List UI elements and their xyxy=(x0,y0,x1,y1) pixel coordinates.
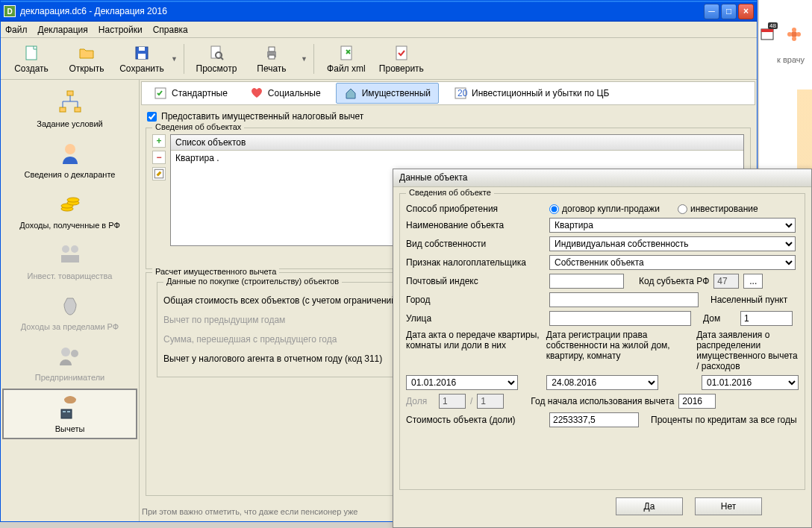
radio-purchase[interactable]: договор купли-продажи xyxy=(549,204,660,214)
toolbar-preview[interactable]: Просмотр xyxy=(190,40,243,78)
house-input[interactable] xyxy=(740,311,793,326)
svg-rect-7 xyxy=(26,46,37,60)
tab-investment[interactable]: 20 Инвестиционный и убытки по ЦБ xyxy=(446,84,616,103)
name-select[interactable]: Квартира xyxy=(549,218,796,233)
cost-input[interactable] xyxy=(549,412,639,427)
edit-object-button[interactable] xyxy=(152,167,166,180)
add-object-button[interactable]: + xyxy=(152,134,166,148)
region-label: Код субъекта РФ xyxy=(639,276,709,286)
tree-icon xyxy=(57,89,84,116)
list-header: Список объектов xyxy=(171,135,743,151)
minimize-button[interactable]: ─ xyxy=(704,4,719,19)
year-label: Год начала использования вычета xyxy=(531,396,674,406)
svg-point-30 xyxy=(67,198,79,202)
year-input[interactable] xyxy=(678,394,716,409)
svg-rect-16 xyxy=(269,55,275,59)
menu-help[interactable]: Справка xyxy=(153,25,188,35)
menu-declaration[interactable]: Декларация xyxy=(38,25,88,35)
toolbar: Создать Открыть Сохранить ▼ Просмотр Печ… xyxy=(1,38,757,80)
person-icon xyxy=(57,140,84,167)
interest-label: Проценты по кредитам за все годы xyxy=(651,415,797,425)
sidebar-entrepreneur[interactable]: Предприниматели xyxy=(2,338,137,387)
date-act-label: Дата акта о передаче квартиры, комнаты и… xyxy=(406,330,542,351)
sidebar-declarant[interactable]: Сведения о декларанте xyxy=(2,135,137,184)
preview-icon xyxy=(207,44,225,62)
floppy-icon xyxy=(133,44,151,62)
name-label: Наименование объекта xyxy=(406,220,545,230)
remove-object-button[interactable]: − xyxy=(152,151,166,164)
svg-point-6 xyxy=(787,32,792,37)
svg-rect-15 xyxy=(269,47,275,51)
toolbar-open[interactable]: Открыть xyxy=(60,40,113,78)
date-claim-label: Дата заявления о распределении имуществе… xyxy=(696,330,799,371)
window-title: декларация.dc6 - Декларация 2016 xyxy=(20,6,704,16)
region-browse-button[interactable]: ... xyxy=(743,274,763,289)
svg-point-31 xyxy=(62,245,69,253)
svg-rect-18 xyxy=(396,46,407,60)
toolbar-print[interactable]: Печать xyxy=(246,40,298,78)
svg-rect-10 xyxy=(138,54,146,59)
sidebar-conditions[interactable]: Задание условий xyxy=(2,84,137,133)
date-claim-select[interactable]: 01.01.2016 xyxy=(702,375,799,390)
deduction-icon xyxy=(57,395,84,421)
edit-icon xyxy=(153,168,165,180)
dialog-cancel-button[interactable]: Нет xyxy=(695,497,762,515)
svg-rect-1 xyxy=(761,29,773,32)
heart-icon xyxy=(250,87,263,100)
titlebar[interactable]: D декларация.dc6 - Декларация 2016 ─ □ × xyxy=(1,1,757,22)
printer-icon xyxy=(263,44,281,62)
date-reg-label: Дата регистрации права собственности на … xyxy=(546,330,692,361)
share-label: Доля xyxy=(406,396,434,406)
footnote-text: При этом важно отметить, что даже если п… xyxy=(142,507,358,516)
menu-settings[interactable]: Настройки xyxy=(99,25,143,35)
svg-rect-9 xyxy=(139,47,145,51)
sidebar-income-rf[interactable]: Доходы, полученные в РФ xyxy=(2,186,137,235)
street-input[interactable] xyxy=(549,311,691,326)
acq-label: Способ приобретения xyxy=(406,204,545,214)
tab-property[interactable]: Имущественный xyxy=(336,83,439,104)
close-button[interactable]: × xyxy=(738,4,754,19)
toolbar-save[interactable]: Сохранить xyxy=(116,40,168,78)
svg-point-3 xyxy=(792,28,796,32)
sidebar: Задание условий Сведения о декларанте До… xyxy=(1,80,140,521)
toolbar-filexml[interactable]: Файл xml xyxy=(320,40,372,78)
radio-invest[interactable]: инвестирование xyxy=(678,204,758,214)
svg-line-13 xyxy=(221,57,223,60)
sidebar-deductions[interactable]: Вычеты xyxy=(2,389,137,439)
svg-rect-33 xyxy=(61,255,79,263)
object-dialog: Данные объекта Сведения об объекте Спосо… xyxy=(393,169,812,528)
list-item-0[interactable]: Квартира . xyxy=(171,151,743,166)
tab-social[interactable]: Социальные xyxy=(243,84,328,103)
toolbar-create[interactable]: Создать xyxy=(5,40,57,78)
dialog-title[interactable]: Данные объекта xyxy=(393,169,811,187)
bg-text: к врачу xyxy=(777,55,805,64)
provide-deduction-checkbox[interactable] xyxy=(147,112,157,122)
region-input xyxy=(713,274,739,289)
ownership-select[interactable]: Индивидуальная собственность xyxy=(549,236,796,251)
svg-point-32 xyxy=(71,245,78,253)
svg-rect-19 xyxy=(67,91,73,95)
dialog-ok-button[interactable]: Да xyxy=(616,497,683,515)
house-icon xyxy=(344,87,357,100)
menu-file[interactable]: Файл xyxy=(5,25,28,35)
date-act-select[interactable]: 01.01.2016 xyxy=(406,375,518,390)
toolbar-check[interactable]: Проверить xyxy=(375,40,428,78)
percent-icon: 20 xyxy=(454,87,467,100)
postal-input[interactable] xyxy=(549,274,624,289)
checklist-icon xyxy=(154,87,167,100)
city-input[interactable] xyxy=(549,292,699,307)
maximize-button[interactable]: □ xyxy=(721,4,737,19)
locality-label: Населенный пункт xyxy=(710,295,787,305)
taxpayer-select[interactable]: Собственник объекта xyxy=(549,255,796,270)
sidebar-income-abroad[interactable]: Доходы за пределами РФ xyxy=(2,287,137,336)
coins-icon xyxy=(57,191,84,218)
date-reg-select[interactable]: 24.08.2016 xyxy=(546,375,658,390)
tab-standard[interactable]: Стандартные xyxy=(146,84,235,103)
tabstrip: Стандартные Социальные Имущественный 20 … xyxy=(141,81,755,105)
xml-file-icon xyxy=(337,44,355,62)
taxpayer-label: Признак налогоплательщика xyxy=(406,257,545,268)
svg-text:20: 20 xyxy=(457,88,467,98)
handshake-icon xyxy=(57,242,84,268)
sidebar-invest[interactable]: Инвест. товарищества xyxy=(2,236,137,286)
share-num-input xyxy=(439,394,466,409)
